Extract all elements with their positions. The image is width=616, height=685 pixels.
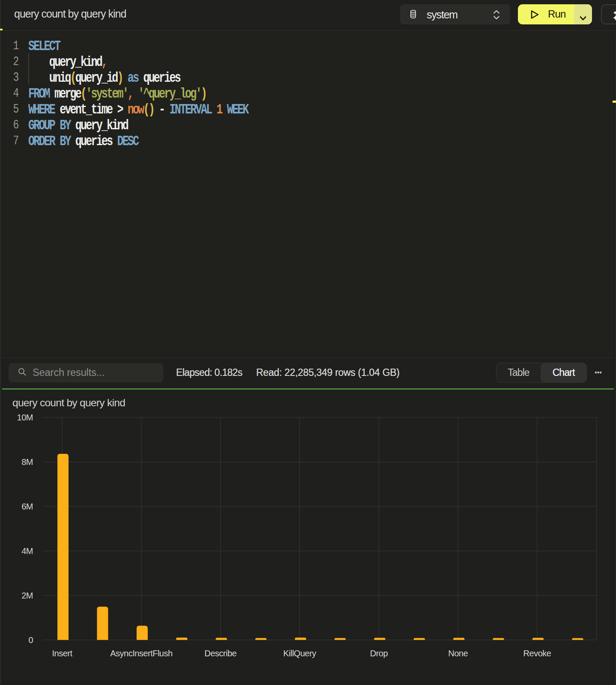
svg-text:2M: 2M xyxy=(21,591,33,600)
svg-text:KillQuery: KillQuery xyxy=(283,649,316,658)
svg-text:Insert: Insert xyxy=(52,649,72,658)
svg-text:None: None xyxy=(448,649,468,658)
svg-text:AsyncInsertFlush: AsyncInsertFlush xyxy=(110,649,172,658)
svg-text:Describe: Describe xyxy=(204,649,236,658)
svg-text:10M: 10M xyxy=(17,413,33,422)
svg-text:6M: 6M xyxy=(21,502,33,511)
svg-text:Revoke: Revoke xyxy=(523,649,551,658)
svg-text:8M: 8M xyxy=(21,457,33,467)
svg-text:Drop: Drop xyxy=(370,649,388,658)
svg-text:4M: 4M xyxy=(21,546,33,556)
svg-text:0: 0 xyxy=(28,635,33,645)
